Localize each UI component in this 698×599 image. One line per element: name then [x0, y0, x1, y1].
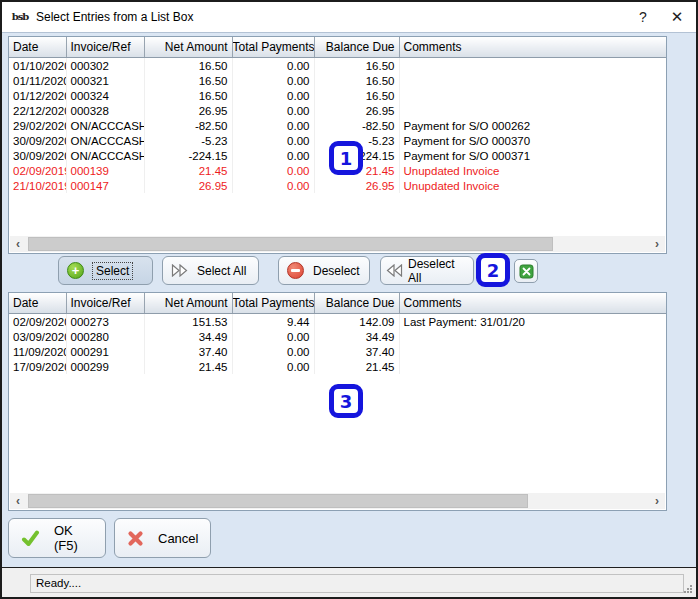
scrollbar-track[interactable] [26, 493, 649, 509]
cell-comment: Payment for S/O 000370 [399, 133, 666, 148]
cell-comment [399, 103, 666, 118]
table-row[interactable]: 03/09/202000028034.490.0034.49 [9, 329, 666, 344]
cell-net: 16.50 [144, 58, 232, 74]
cell-date: 11/09/2020 [9, 344, 66, 359]
cell-comment [399, 344, 666, 359]
cancel-button[interactable]: Cancel [114, 518, 211, 558]
column-header-invoice-ref[interactable]: Invoice/Ref [66, 293, 144, 314]
selected-horizontal-scrollbar[interactable]: ‹ › [10, 493, 665, 509]
scroll-left-arrow-icon[interactable]: ‹ [10, 493, 26, 509]
cell-date: 17/09/2020 [9, 359, 66, 374]
select-button[interactable]: + Select [58, 256, 153, 285]
cell-ref: 000273 [66, 314, 144, 330]
cell-date: 21/10/2019 [9, 178, 66, 193]
cell-ref: 000328 [66, 103, 144, 118]
deselect-button[interactable]: Deselect [278, 256, 370, 285]
table-row[interactable]: 01/12/202000032416.500.0016.50 [9, 88, 666, 103]
cell-comment: Last Payment: 31/01/20 [399, 314, 666, 330]
table-row[interactable]: 21/10/201900014726.950.0026.95Unupdated … [9, 178, 666, 193]
cell-ref: 000321 [66, 73, 144, 88]
cell-date: 30/09/2020 [9, 133, 66, 148]
cell-paid: 0.00 [232, 58, 314, 74]
deselect-all-button-label: Deselect All [408, 257, 468, 285]
listbox-app-icon: bsb [10, 8, 30, 26]
table-row[interactable]: 02/09/2020000273151.539.44142.09Last Pay… [9, 314, 666, 330]
cell-due: -82.50 [314, 118, 399, 133]
cell-date: 02/09/2019 [9, 163, 66, 178]
resize-grip[interactable] [683, 584, 693, 594]
available-header-row: DateInvoice/RefNet AmountTotal PaymentsB… [9, 37, 666, 58]
cell-net: -82.50 [144, 118, 232, 133]
column-header-net-amount[interactable]: Net Amount [144, 37, 232, 58]
cell-ref: 000147 [66, 178, 144, 193]
cell-date: 01/10/2020 [9, 58, 66, 74]
table-row[interactable]: 01/10/202000030216.500.0016.50 [9, 58, 666, 74]
help-button[interactable]: ? [626, 3, 660, 31]
cell-paid: 0.00 [232, 133, 314, 148]
cell-net: 151.53 [144, 314, 232, 330]
column-header-total-payments[interactable]: Total Payments [232, 293, 314, 314]
cell-paid: 0.00 [232, 329, 314, 344]
scroll-right-arrow-icon[interactable]: › [649, 493, 665, 509]
column-header-balance-due[interactable]: Balance Due [314, 293, 399, 314]
table-row[interactable]: 01/11/202000032116.500.0016.50 [9, 73, 666, 88]
cell-comment [399, 88, 666, 103]
cell-due: 142.09 [314, 314, 399, 330]
scrollbar-track[interactable] [26, 236, 649, 252]
ok-button[interactable]: OK (F5) [8, 518, 106, 558]
cell-ref: ON/ACCCASH02 [66, 133, 144, 148]
deselect-button-label: Deselect [313, 264, 360, 278]
table-row[interactable]: 11/09/202000029137.400.0037.40 [9, 344, 666, 359]
double-chevron-right-icon [171, 264, 188, 277]
cell-net: -224.15 [144, 148, 232, 163]
cell-ref: 000291 [66, 344, 144, 359]
cell-ref: 000139 [66, 163, 144, 178]
selected-entries-grid: DateInvoice/RefNet AmountTotal PaymentsB… [9, 293, 666, 374]
cell-paid: 0.00 [232, 148, 314, 163]
cancel-button-label: Cancel [158, 531, 198, 546]
cell-net: 26.95 [144, 103, 232, 118]
scrollbar-thumb[interactable] [28, 494, 528, 508]
cell-comment [399, 359, 666, 374]
close-button[interactable]: ✕ [660, 3, 694, 31]
red-cross-icon [127, 530, 144, 547]
cell-net: 16.50 [144, 88, 232, 103]
cell-date: 29/02/2020 [9, 118, 66, 133]
column-header-comments[interactable]: Comments [399, 293, 666, 314]
cell-net: 16.50 [144, 73, 232, 88]
column-header-balance-due[interactable]: Balance Due [314, 37, 399, 58]
cell-due: 34.49 [314, 329, 399, 344]
annotation-badge-1: 1 [329, 141, 363, 175]
cell-net: 37.40 [144, 344, 232, 359]
status-bar: Ready.... [2, 568, 696, 597]
column-header-comments[interactable]: Comments [399, 37, 666, 58]
cell-net: 26.95 [144, 178, 232, 193]
available-horizontal-scrollbar[interactable]: ‹ › [10, 236, 665, 252]
status-message: Ready.... [30, 574, 684, 593]
table-row[interactable]: 22/12/202000032826.950.0026.95 [9, 103, 666, 118]
cell-comment [399, 73, 666, 88]
cell-paid: 0.00 [232, 88, 314, 103]
cell-comment: Payment for S/O 000371 [399, 148, 666, 163]
cell-due: 26.95 [314, 178, 399, 193]
select-all-button[interactable]: Select All [162, 256, 259, 285]
column-header-total-payments[interactable]: Total Payments [232, 37, 314, 58]
cell-comment: Payment for S/O 000262 [399, 118, 666, 133]
table-row[interactable]: 17/09/202000029921.450.0021.45 [9, 359, 666, 374]
column-header-date[interactable]: Date [9, 293, 66, 314]
scroll-left-arrow-icon[interactable]: ‹ [10, 236, 26, 252]
cell-due: 16.50 [314, 58, 399, 74]
deselect-all-button[interactable]: Deselect All [380, 256, 474, 285]
column-header-net-amount[interactable]: Net Amount [144, 293, 232, 314]
column-header-date[interactable]: Date [9, 37, 66, 58]
window-title: Select Entries from a List Box [36, 10, 193, 24]
cell-date: 30/09/2020 [9, 148, 66, 163]
excel-export-button[interactable] [514, 259, 538, 283]
cell-ref: 000280 [66, 329, 144, 344]
cell-paid: 0.00 [232, 163, 314, 178]
annotation-badge-2: 2 [476, 253, 510, 287]
scroll-right-arrow-icon[interactable]: › [649, 236, 665, 252]
table-row[interactable]: 29/02/2020ON/ACCCASH01-82.500.00-82.50Pa… [9, 118, 666, 133]
scrollbar-thumb[interactable] [28, 237, 553, 251]
column-header-invoice-ref[interactable]: Invoice/Ref [66, 37, 144, 58]
